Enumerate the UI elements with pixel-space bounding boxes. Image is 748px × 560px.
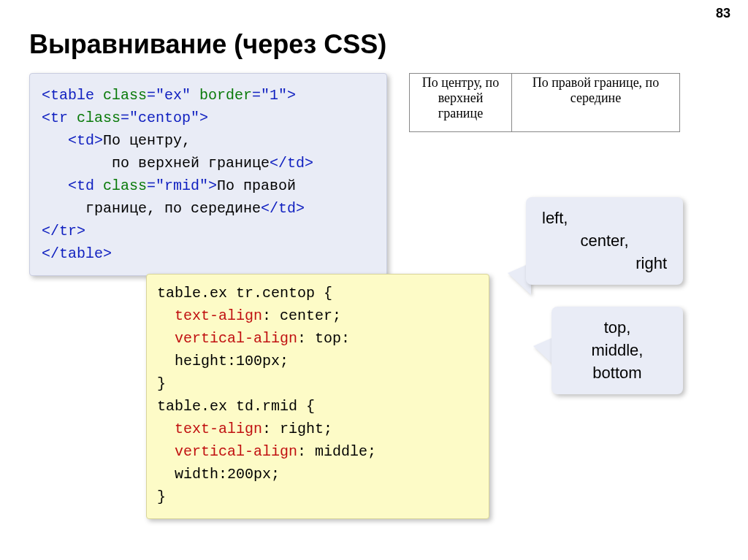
code-text: class [68,110,121,126]
code-text: <table [42,87,94,104]
callout-line: left, [542,207,667,230]
code-text: class [94,87,147,104]
code-text: </td> [261,200,305,217]
table-cell-rmid: По правой границе, по середине [512,74,680,132]
code-text: по верхней границе [42,155,270,172]
code-text: : right; [262,421,332,437]
callout-line: right [542,253,667,275]
code-text: </tr> [42,223,85,239]
code-text: table.ex tr.centop { [157,282,478,304]
code-text: vertical-align [175,330,297,347]
code-text: : center; [262,307,341,324]
code-text: границе, по середине [42,200,261,217]
code-text: <td [42,177,94,194]
code-text: </table> [42,245,112,262]
code-text: } [157,486,478,508]
code-text: : middle; [297,443,376,460]
slide-title: Выравнивание (через CSS) [29,29,386,60]
code-block-html: <table class="ex" border="1"> <tr class=… [29,73,387,276]
code-text: </td> [270,155,313,172]
cell-text: По центру, по [422,75,499,90]
cell-text: По правой границе, по [533,75,660,90]
cell-text: середине [570,91,621,105]
page-number: 83 [716,6,730,21]
table-cell-centop: По центру, по верхней границе [410,74,512,132]
callout-line: bottom [568,362,667,385]
code-text: border [191,87,252,104]
code-text: : top: [297,330,350,347]
code-text: По центру, [103,132,191,149]
code-text: vertical-align [175,443,297,460]
callout-line: center, [542,230,667,253]
code-text: class [94,177,147,194]
code-text [157,330,175,347]
code-text: ="ex" [147,87,191,104]
code-block-css: table.ex tr.centop { text-align: center;… [146,274,489,519]
code-text: ="rmid"> [147,177,217,194]
code-text: text-align [175,307,262,324]
code-text: height:100px; [157,350,478,372]
code-text: } [157,372,478,395]
code-text: По правой [217,177,296,194]
code-text: ="1"> [252,87,296,104]
code-text [157,443,175,460]
code-text: width:200px; [157,463,478,486]
code-text: ="centop"> [121,110,208,126]
code-text [157,307,175,324]
callout-text-align: left, center, right [526,197,683,285]
cell-text: границе [438,106,483,120]
code-text: text-align [175,421,262,437]
cell-text: верхней [438,91,484,105]
code-text: <td> [42,132,103,149]
code-text: <tr [42,110,68,126]
callout-line: middle, [568,340,667,362]
callout-line: top, [568,317,667,340]
code-text [157,421,175,437]
code-text: table.ex td.rmid { [157,395,478,418]
callout-vertical-align: top, middle, bottom [552,307,683,394]
preview-table: По центру, по верхней границе По правой … [409,73,716,132]
